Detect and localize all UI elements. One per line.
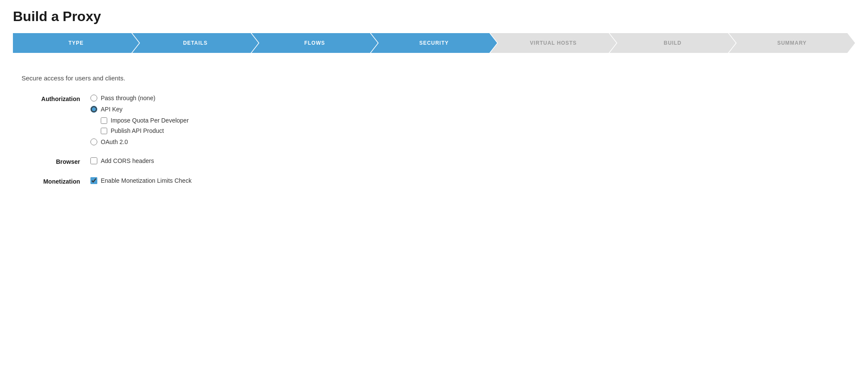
- section-monetization: MonetizationEnable Monetization Limits C…: [22, 177, 855, 185]
- controls-browser: Add CORS headers: [90, 157, 154, 164]
- section-authorization: AuthorizationPass through (none)API KeyI…: [22, 95, 855, 145]
- sub-option-label: Publish API Product: [111, 127, 164, 134]
- option-auth[interactable]: API Key: [90, 106, 189, 113]
- content-area: Secure access for users and clients. Aut…: [13, 70, 855, 185]
- input-quota[interactable]: [101, 117, 107, 124]
- section-browser: BrowserAdd CORS headers: [22, 157, 855, 165]
- input-monetization[interactable]: [90, 177, 97, 184]
- label-authorization: Authorization: [22, 95, 90, 102]
- option-label: API Key: [101, 106, 123, 113]
- sub-option-publish[interactable]: Publish API Product: [101, 127, 189, 134]
- label-monetization: Monetization: [22, 177, 90, 185]
- subtitle: Secure access for users and clients.: [22, 74, 855, 82]
- sub-option-quota[interactable]: Impose Quota Per Developer: [101, 117, 189, 124]
- option-auth[interactable]: Pass through (none): [90, 95, 189, 101]
- input-publish[interactable]: [101, 128, 107, 134]
- controls-monetization: Enable Monetization Limits Check: [90, 177, 192, 184]
- option-cors[interactable]: Add CORS headers: [90, 157, 154, 164]
- input-auth[interactable]: [90, 106, 97, 113]
- step-virtual-hosts[interactable]: VIRTUAL HOSTS: [490, 33, 617, 53]
- controls-authorization: Pass through (none)API KeyImpose Quota P…: [90, 95, 189, 145]
- step-type[interactable]: TYPE: [13, 33, 139, 53]
- step-details[interactable]: DETAILS: [132, 33, 258, 53]
- sub-option-label: Impose Quota Per Developer: [111, 117, 189, 124]
- option-label: Pass through (none): [101, 95, 155, 101]
- option-label: Enable Monetization Limits Check: [101, 177, 192, 184]
- option-monetization[interactable]: Enable Monetization Limits Check: [90, 177, 192, 184]
- api-key-sub-options: Impose Quota Per DeveloperPublish API Pr…: [90, 117, 189, 134]
- input-auth[interactable]: [90, 95, 97, 101]
- option-label: OAuth 2.0: [101, 138, 128, 145]
- page-title: Build a Proxy: [13, 9, 855, 25]
- step-flows[interactable]: FLOWS: [251, 33, 378, 53]
- input-auth[interactable]: [90, 138, 97, 145]
- option-label: Add CORS headers: [101, 157, 154, 164]
- step-build[interactable]: BUILD: [610, 33, 736, 53]
- stepper: TYPEDETAILSFLOWSSECURITYVIRTUAL HOSTSBUI…: [13, 33, 855, 53]
- option-auth[interactable]: OAuth 2.0: [90, 138, 189, 145]
- label-browser: Browser: [22, 157, 90, 165]
- step-security[interactable]: SECURITY: [371, 33, 497, 53]
- input-cors[interactable]: [90, 157, 97, 164]
- step-summary[interactable]: SUMMARY: [729, 33, 855, 53]
